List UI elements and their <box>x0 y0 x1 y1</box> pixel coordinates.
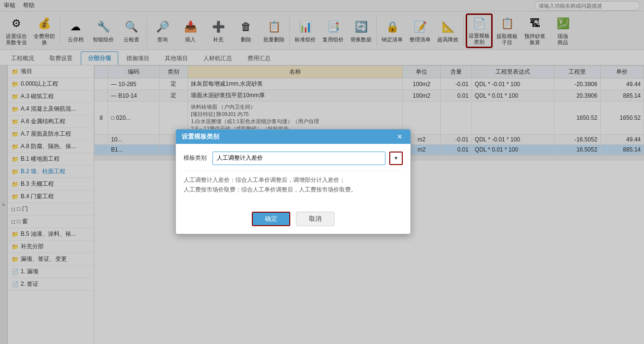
dialog-dropdown-button[interactable]: ▼ <box>389 152 403 165</box>
dialog-footer: 确定 取消 <box>176 206 410 234</box>
chevron-down-icon: ▼ <box>394 155 398 161</box>
dialog-set-template: 设置模板类别 ✕ 模板类别 人工调整计入差价 ▼ 人工调整计入差价：综合人工单价… <box>175 129 411 235</box>
overlay: 设置模板类别 ✕ 模板类别 人工调整计入差价 ▼ 人工调整计入差价：综合人工单价… <box>0 0 644 344</box>
dialog-title: 设置模板类别 <box>182 132 219 141</box>
dialog-description: 人工调整计入差价：综合人工单价调整后，调增部分计入差价； 人工费按市场价取费：综… <box>184 171 403 199</box>
dialog-close-button[interactable]: ✕ <box>395 133 405 140</box>
dialog-body: 模板类别 人工调整计入差价 ▼ 人工调整计入差价：综合人工单价调整后，调增部分计… <box>176 144 410 206</box>
dialog-desc-line-2: 人工费按市场价取费：综合人工单价调整后，人工费按市场价取费。 <box>184 186 357 193</box>
dialog-select-wrapper: 人工调整计入差价 ▼ <box>212 152 403 165</box>
dialog-template-type-row: 模板类别 人工调整计入差价 ▼ <box>184 152 403 165</box>
dialog-template-label: 模板类别 <box>184 154 209 162</box>
dialog-desc-line-1: 人工调整计入差价：综合人工单价调整后，调增部分计入差价； <box>184 177 345 183</box>
dialog-select-text[interactable]: 人工调整计入差价 <box>212 152 385 165</box>
dialog-header: 设置模板类别 ✕ <box>176 129 410 144</box>
dialog-confirm-button[interactable]: 确定 <box>252 212 290 226</box>
dialog-cancel-button[interactable]: 取消 <box>296 212 334 226</box>
